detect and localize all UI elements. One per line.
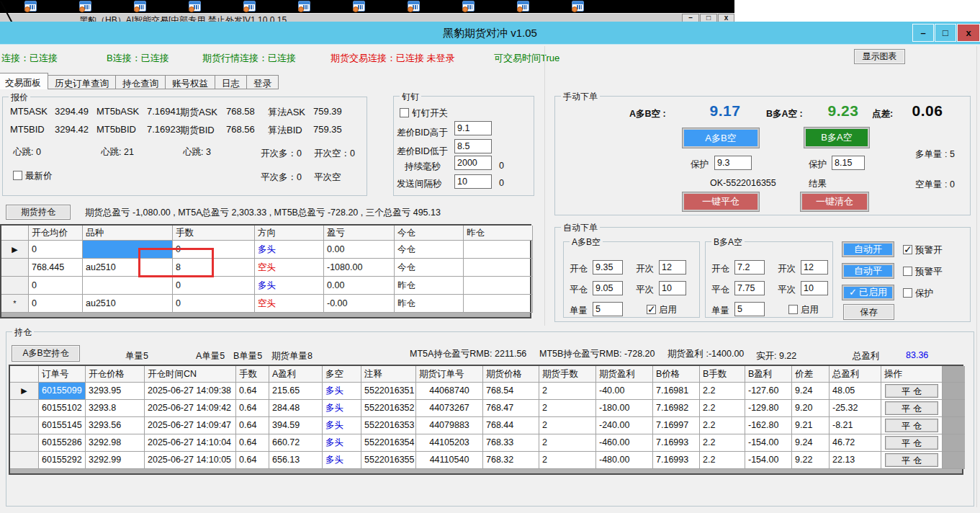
auto-input-平仓[interactable]	[593, 281, 623, 295]
tab-交易面板[interactable]: 交易面板	[0, 73, 48, 89]
chart-app-icon[interactable]	[298, 1, 310, 12]
quote-label-MT5ASK: MT5ASK	[10, 106, 48, 117]
auto-option-checkbox-预警平[interactable]: 预警平	[903, 266, 943, 278]
auto-option-checkbox-预警开[interactable]: 预警开	[903, 244, 943, 256]
chart-app-icon[interactable]	[462, 1, 475, 12]
chart-app-icon[interactable]	[353, 1, 365, 12]
positions-cell: 44079883	[416, 417, 483, 434]
positions-cell: 0.64	[236, 383, 269, 400]
auto-label-平次: 平次	[636, 284, 654, 296]
auto-label-开仓: 开仓	[711, 263, 729, 275]
b-long-a-short-button[interactable]: B多A空	[804, 127, 870, 148]
positions-cell: -154.00	[745, 434, 792, 452]
close-all-button[interactable]: 一键平仓	[682, 192, 760, 212]
futures-position-button[interactable]: 期货持仓	[6, 205, 71, 220]
table-hscrollbar[interactable]	[10, 469, 962, 473]
close-position-button[interactable]: 平 仓	[885, 419, 938, 432]
close-position-button[interactable]: 平 仓	[885, 384, 938, 398]
auto-input-平仓[interactable]	[734, 281, 765, 295]
chart-app-icon[interactable]	[134, 1, 146, 12]
maximize-button[interactable]: □	[935, 24, 956, 42]
positions-cell: 2025-06-27 14:10:04	[145, 434, 236, 452]
auto-option-checkbox-预警平-box[interactable]	[903, 267, 912, 276]
tab-账号权益[interactable]: 账号权益	[165, 75, 215, 89]
latest-price-checkbox[interactable]: 最新价	[13, 170, 53, 182]
long-qty-label: 多单量 : 5	[915, 148, 955, 161]
positions-cell: 5522016355	[361, 452, 416, 469]
dingding-field-input-3[interactable]	[454, 174, 492, 189]
close-button[interactable]: x	[957, 24, 980, 42]
positions-table-row: 601551023293.82025-06-27 14:09:420.64284…	[10, 400, 962, 417]
auto-input-开次[interactable]	[659, 260, 686, 275]
chart-app-icon[interactable]	[517, 1, 529, 12]
positions-table-header: 订单号开仓价格开仓时间CN手数A盈利多空注释期货订单号期货价格期货手数期货盈利B…	[10, 366, 962, 383]
dingding-field-input-0[interactable]	[454, 121, 492, 135]
chart-app-icon[interactable]	[572, 1, 584, 12]
manual-order-panel: 手动下单 A多B空 : 9.17 B多A空 : 9.23 点差: 0.06 A多…	[554, 96, 971, 215]
icon-orange-dot	[134, 6, 140, 12]
positions-pnl-label-1: MT5B持仓盈亏RMB: -728.20	[539, 348, 655, 360]
chart-app-icon[interactable]	[189, 1, 201, 12]
positions-filter-button[interactable]: A多B空持仓	[12, 345, 80, 362]
auto-input-平次[interactable]	[801, 281, 828, 295]
window-edge-line	[976, 46, 977, 507]
auto-option-checkbox-预警开-box[interactable]	[903, 245, 912, 254]
save-button[interactable]: 保存	[843, 304, 894, 320]
auto-label-平次: 平次	[778, 284, 796, 296]
table-hscrollbar[interactable]	[1, 313, 530, 317]
auto-qty-input[interactable]	[734, 302, 765, 316]
auto-option-checkbox-保护[interactable]: 保护	[903, 287, 933, 300]
dingding-field-input-2[interactable]	[454, 156, 492, 170]
auto-close-button[interactable]: 自动平	[842, 263, 894, 279]
auto-option-checkbox-保护-box[interactable]	[903, 288, 912, 298]
futures-table-row: 00多头0.00昨仓	[1, 277, 530, 295]
b-long-a-short-label: B多A空 :	[766, 108, 803, 120]
futures-position-table: 开仓均价品种手数方向盈亏今仓昨仓▶00多头0.00今仓768.445au2510…	[0, 224, 531, 318]
clear-all-button[interactable]: 一键清仓	[800, 192, 869, 212]
auto-qty-input[interactable]	[593, 302, 623, 316]
tab-日志[interactable]: 日志	[215, 75, 247, 89]
positions-cell: 60155102	[39, 400, 86, 417]
icon-titlebar	[408, 1, 419, 4]
chart-app-icon[interactable]	[243, 1, 256, 12]
chart-app-icon[interactable]	[24, 1, 37, 12]
auto-qty-label: 单量	[711, 305, 729, 317]
positions-cell: 44073267	[416, 400, 483, 417]
positions-cell: -180.00	[596, 400, 653, 417]
positions-cell: 768.54	[483, 383, 539, 400]
dingding-field-input-1[interactable]	[454, 139, 492, 153]
quote-label-期货ASK: 期货ASK	[180, 106, 217, 119]
tab-持仓查询[interactable]: 持仓查询	[115, 75, 166, 89]
chart-app-icon[interactable]	[408, 1, 420, 12]
close-position-button[interactable]: 平 仓	[885, 401, 938, 415]
futures-cell: 空头	[255, 295, 324, 313]
close-position-button[interactable]: 平 仓	[885, 453, 938, 467]
tab-登录[interactable]: 登录	[246, 75, 279, 89]
latest-price-checkbox-box[interactable]	[13, 171, 22, 180]
auto-open-button[interactable]: 自动开	[842, 241, 894, 257]
positions-header-selector	[10, 366, 39, 383]
auto-enable-checkbox[interactable]: 启用	[788, 304, 819, 316]
protect-a-input[interactable]	[714, 156, 752, 170]
protect-b-input[interactable]	[832, 156, 865, 170]
auto-enable-checkbox-box[interactable]	[647, 305, 656, 314]
spread-label: 点差:	[872, 108, 893, 120]
dingding-switch-checkbox-box[interactable]	[400, 108, 409, 117]
auto-input-开仓[interactable]	[734, 260, 765, 275]
show-chart-button[interactable]: 显示图表	[854, 49, 905, 64]
auto-enable-checkbox-box[interactable]	[788, 305, 798, 314]
icon-chart-bars	[467, 5, 472, 9]
auto-input-开仓[interactable]	[593, 260, 623, 275]
auto-input-平次[interactable]	[659, 281, 686, 295]
enabled-status-button[interactable]: ✓已启用	[842, 285, 894, 300]
minimize-button[interactable]: –	[912, 24, 934, 42]
tab-历史订单查询[interactable]: 历史订单查询	[48, 75, 116, 89]
dingding-switch-checkbox[interactable]: 钉钉开关	[400, 107, 448, 120]
futures-cell: 0	[173, 277, 255, 295]
chart-app-icon[interactable]	[79, 1, 91, 12]
futures-cell: 昨仓	[395, 295, 464, 313]
auto-enable-checkbox[interactable]: 启用	[647, 304, 677, 316]
a-long-b-short-button[interactable]: A多B空	[682, 128, 760, 148]
auto-input-开次[interactable]	[801, 260, 828, 275]
close-position-button[interactable]: 平 仓	[885, 436, 938, 450]
